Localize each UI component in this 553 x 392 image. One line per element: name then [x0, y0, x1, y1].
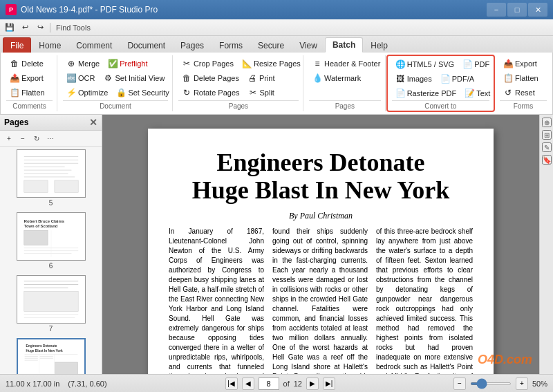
pdf-icon: 📄 [462, 59, 472, 69]
thumb-label-5: 5 [49, 199, 53, 207]
set-security-button[interactable]: 🔒Set Security [113, 86, 172, 100]
forms-label: Forms [500, 100, 547, 110]
delete-button[interactable]: 🗑Delete [6, 57, 47, 71]
html-svg-button[interactable]: 🌐HTML5 / SVG [392, 57, 458, 71]
status-bar: 11.00 x 17.00 in (7.31, 0.60) |◀ ◀ of 12… [0, 374, 553, 392]
zoom-out-button[interactable]: − [453, 377, 466, 390]
zoom-in-button[interactable]: + [516, 377, 528, 390]
split-button[interactable]: ✂Split [245, 86, 278, 100]
ocr-button[interactable]: 🔤OCR [63, 71, 98, 85]
tab-document[interactable]: Document [120, 37, 173, 53]
redo-button[interactable]: ↪ [33, 21, 47, 35]
thumb-label-6: 6 [49, 262, 53, 270]
flatten-forms-button[interactable]: 📋Flatten [500, 71, 542, 85]
rasterize-button[interactable]: 📄Rasterize PDF [392, 86, 460, 100]
zoom-in-thumb[interactable]: + [3, 132, 15, 144]
svg-rect-8 [24, 180, 47, 193]
tab-secure[interactable]: Secure [250, 37, 292, 53]
watermark-icon: 💧 [312, 73, 322, 83]
zoom-slider[interactable] [470, 382, 512, 385]
panel-close-button[interactable]: ✕ [89, 117, 97, 128]
status-right: − + 50% [453, 377, 547, 390]
prev-page-button[interactable]: ◀ [242, 377, 254, 390]
tab-pages[interactable]: Pages [173, 37, 212, 53]
document-view[interactable]: Engineers DetonateHuge Blast In New York… [102, 115, 539, 374]
merge-button[interactable]: ⊕Merge [63, 57, 103, 71]
print-button[interactable]: 🖨Print [244, 71, 279, 85]
thumb-image-8[interactable]: Engineers Detonate Huge Blast In New Yor… [17, 338, 86, 374]
tab-batch[interactable]: Batch [325, 37, 363, 53]
images-button[interactable]: 🖼Images [392, 72, 435, 86]
text-icon: 📝 [465, 88, 474, 98]
col3-text: of this three-acre bedrock shelf lay any… [376, 227, 473, 374]
page-number-input[interactable] [259, 377, 279, 390]
minimize-button[interactable]: − [487, 3, 506, 17]
tab-file[interactable]: File [3, 37, 31, 53]
row-export: 📤Export [6, 71, 53, 85]
flatten-forms-icon: 📋 [503, 73, 513, 83]
row-rasterize: 📄Rasterize PDF 📝Text [392, 86, 489, 100]
images-icon: 🖼 [395, 74, 405, 84]
ribbon-group-pages2: ≡Header & Footer 💧Watermark Pages [305, 55, 386, 111]
right-panel-btn-4[interactable]: 🔖 [542, 155, 552, 165]
right-panel-btn-3[interactable]: ✎ [542, 142, 552, 152]
more-options-thumb[interactable]: ⋯ [44, 132, 57, 144]
watermark: O4D.com [478, 353, 532, 367]
tab-view[interactable]: View [292, 37, 325, 53]
pdfa-button[interactable]: 📄PDF/A [437, 72, 478, 86]
col1-text: In January of 1867, Lieutenant-Colonel J… [169, 227, 264, 374]
row-delete-pages: 🗑Delete Pages 🖨Print [178, 71, 299, 85]
next-page-button[interactable]: ▶ [306, 377, 319, 390]
right-panel-btn-1[interactable]: ⊕ [542, 118, 552, 127]
resize-icon: 📐 [242, 59, 252, 68]
reset-forms-button[interactable]: ↺Reset [500, 86, 538, 100]
last-page-button[interactable]: ▶| [323, 377, 335, 390]
doc-column-3: of this three-acre bedrock shelf lay any… [376, 227, 473, 374]
pages2-buttons: ≡Header & Footer 💧Watermark [309, 57, 381, 100]
ribbon-group-forms: 📤Export 📋Flatten ↺Reset Forms [496, 55, 551, 111]
set-initial-view-button[interactable]: ⚙Set Initial View [100, 71, 168, 85]
main-area: Pages ✕ + − ↻ ⋯ [0, 115, 553, 374]
header-footer-button[interactable]: ≡Header & Footer [309, 57, 384, 71]
cursor-coords: (7.31, 0.60) [68, 380, 106, 388]
title-bar-left: P Old News 19-4.pdf* - PDF Studio Pro [6, 4, 158, 15]
preflight-button[interactable]: ✅Preflight [104, 57, 151, 71]
delete-pages-button[interactable]: 🗑Delete Pages [178, 71, 243, 85]
zoom-out-thumb[interactable]: − [17, 132, 29, 144]
right-panel-btn-2[interactable]: ⊞ [542, 130, 552, 140]
svg-rect-9 [54, 180, 77, 193]
pages-buttons: ✂Crop Pages 📐Resize Pages 🗑Delete Pages … [178, 57, 299, 100]
flatten-button[interactable]: 📋Flatten [6, 86, 48, 100]
ribbon-group-comments: 🗑Delete 📤Export 📋Flatten Comments [2, 55, 57, 111]
delete-pages-icon: 🗑 [182, 73, 191, 83]
resize-pages-button[interactable]: 📐Resize Pages [238, 57, 304, 71]
watermark-button[interactable]: 💧Watermark [309, 71, 364, 85]
tab-comment[interactable]: Comment [68, 37, 120, 53]
print-icon: 🖨 [247, 73, 257, 83]
merge-icon: ⊕ [66, 59, 76, 68]
rotate-pages-button[interactable]: ↻Rotate Pages [178, 86, 243, 100]
thumb-image-7[interactable] [17, 275, 86, 324]
optimize-button[interactable]: ⚡Optimize [63, 86, 111, 100]
export-forms-button[interactable]: 📤Export [500, 57, 541, 71]
pdf-button[interactable]: 📄PDF [459, 57, 493, 71]
close-button[interactable]: ✕ [528, 3, 547, 17]
tab-help[interactable]: Help [363, 37, 395, 53]
status-center: |◀ ◀ of 12 ▶ ▶| [225, 377, 335, 390]
rotate-thumb[interactable]: ↻ [30, 132, 43, 144]
thumb-image-5[interactable] [17, 149, 86, 198]
tab-forms[interactable]: Forms [212, 37, 250, 53]
first-page-button[interactable]: |◀ [225, 377, 238, 390]
maximize-button[interactable]: □ [507, 3, 527, 17]
page-separator: of [283, 380, 290, 388]
initial-view-icon: ⚙ [103, 73, 113, 83]
export-button[interactable]: 📤Export [6, 71, 47, 85]
crop-pages-button[interactable]: ✂Crop Pages [178, 57, 237, 71]
undo-button[interactable]: ↩ [18, 21, 32, 35]
text-button[interactable]: 📝Text [461, 86, 494, 100]
thumb-image-6[interactable]: Robert Bruce Claims Town of Scotland [17, 212, 86, 261]
save-button[interactable]: 💾 [3, 21, 17, 35]
row-reset-forms: ↺Reset [500, 86, 547, 100]
pages-panel: Pages ✕ + − ↻ ⋯ [0, 115, 102, 374]
tab-home[interactable]: Home [31, 37, 68, 53]
